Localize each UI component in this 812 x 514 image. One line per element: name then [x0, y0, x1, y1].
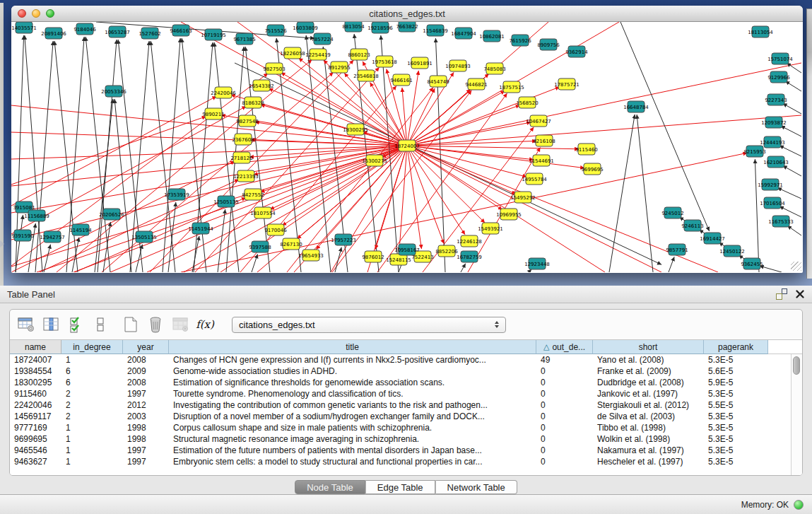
- graph-node[interactable]: 7857224: [311, 33, 334, 45]
- graph-node[interactable]: 8813054: [342, 22, 365, 32]
- scrollbar-thumb[interactable]: [793, 356, 800, 375]
- graph-node[interactable]: 17016504: [760, 197, 785, 209]
- network-window-titlebar[interactable]: citations_edges.txt: [11, 6, 803, 22]
- tab-edge-table[interactable]: Edge Table: [365, 480, 435, 494]
- graph-node[interactable]: 10719195: [201, 29, 226, 40]
- graph-node[interactable]: 11675333: [768, 216, 794, 227]
- graph-node[interactable]: 8427552: [242, 189, 264, 200]
- graph-node[interactable]: 12505135: [213, 196, 239, 207]
- graph-node[interactable]: 9699695: [581, 163, 603, 175]
- graph-node[interactable]: 8909756: [537, 39, 560, 50]
- graph-node[interactable]: 9245012: [661, 207, 683, 218]
- column-header-out_de[interactable]: △out_de...: [536, 340, 593, 354]
- graph-node[interactable]: 9890211: [202, 108, 224, 119]
- citation-network-graph[interactable]: 1872400718226058982750316543382818632898…: [11, 22, 801, 272]
- window-resize-grip[interactable]: [791, 262, 801, 271]
- graph-node[interactable]: 8454749: [427, 76, 449, 87]
- graph-node[interactable]: 9827548: [236, 115, 258, 127]
- network-canvas[interactable]: 1872400718226058982750316543382818632898…: [11, 22, 803, 272]
- graph-node[interactable]: 18113054: [748, 26, 773, 37]
- graph-node[interactable]: 17875721: [554, 78, 579, 90]
- graph-node[interactable]: 7663822: [396, 22, 418, 32]
- graph-node[interactable]: 9446821: [465, 78, 487, 90]
- graph-node[interactable]: 9466163: [170, 25, 192, 36]
- graph-node[interactable]: 2367608: [232, 134, 254, 145]
- table-row[interactable]: 1938455462009Genome-wide association stu…: [10, 366, 802, 377]
- column-header-in_degree[interactable]: in_degree: [61, 340, 123, 354]
- graph-node[interactable]: 16210643: [763, 156, 789, 168]
- deselect-all-columns-icon[interactable]: [91, 315, 110, 334]
- graph-node[interactable]: 8186328: [242, 97, 264, 108]
- graph-node[interactable]: 12254419: [305, 49, 331, 60]
- graph-node[interactable]: 7485083: [483, 63, 505, 74]
- graph-node[interactable]: 9466161: [390, 74, 412, 86]
- zoom-window-button[interactable]: [46, 9, 54, 18]
- column-header-name[interactable]: name: [10, 340, 61, 354]
- graph-node[interactable]: 9397588: [249, 241, 271, 252]
- graph-node[interactable]: 14955784: [522, 173, 547, 185]
- graph-node[interactable]: 12450122: [719, 245, 745, 257]
- graph-node[interactable]: 10969955: [496, 209, 522, 220]
- graph-node[interactable]: 9129966: [767, 71, 790, 83]
- function-builder-icon[interactable]: f(x): [196, 315, 214, 334]
- graph-node[interactable]: 9362914: [565, 46, 588, 57]
- column-header-pagerank[interactable]: pagerank: [704, 340, 768, 354]
- graph-node[interactable]: 10974893: [445, 60, 471, 71]
- graph-node[interactable]: 8267130: [280, 238, 302, 250]
- graph-node[interactable]: 12923448: [524, 258, 550, 269]
- graph-node[interactable]: 9876012: [362, 251, 384, 262]
- delete-column-icon[interactable]: [146, 315, 165, 334]
- graph-node[interactable]: 18226058: [280, 47, 305, 59]
- graph-node[interactable]: 18757515: [499, 81, 524, 93]
- graph-node[interactable]: 20206526: [99, 209, 124, 220]
- graph-node[interactable]: 9115460: [575, 144, 597, 155]
- vertical-scrollbar[interactable]: [791, 354, 802, 475]
- graph-node[interactable]: 19654933: [298, 250, 324, 261]
- table-row[interactable]: 2242004622012Investigating the contribut…: [10, 399, 802, 411]
- graph-node[interactable]: 2718120: [230, 152, 252, 163]
- minimize-window-button[interactable]: [32, 9, 40, 18]
- graph-node[interactable]: 10862081: [479, 30, 505, 42]
- table-row[interactable]: 946554611997Estimation of the future num…: [10, 445, 802, 456]
- graph-node[interactable]: 16091891: [407, 57, 433, 69]
- graph-node[interactable]: 16033809: [293, 22, 318, 33]
- graph-node[interactable]: 9671385: [233, 33, 255, 45]
- tab-network-table[interactable]: Network Table: [435, 480, 517, 494]
- float-panel-icon[interactable]: [775, 288, 788, 300]
- graph-node[interactable]: 14035571: [11, 22, 37, 33]
- close-window-button[interactable]: [18, 9, 26, 18]
- graph-node[interactable]: 1527602: [139, 28, 160, 39]
- tab-node-table[interactable]: Node Table: [295, 480, 365, 494]
- graph-node[interactable]: 16648784: [623, 101, 649, 112]
- graph-node[interactable]: 7515526: [264, 25, 287, 36]
- graph-node[interactable]: 12246128: [457, 235, 482, 247]
- graph-node[interactable]: 16914427: [700, 233, 725, 244]
- column-header-title[interactable]: title: [169, 340, 536, 354]
- graph-node[interactable]: 10653287: [105, 26, 130, 37]
- panel-collapse-arrow-icon[interactable]: [0, 240, 4, 247]
- graph-node[interactable]: 12942757: [40, 231, 65, 243]
- memory-status-indicator-icon[interactable]: [794, 500, 804, 510]
- graph-node[interactable]: 8216108: [533, 135, 555, 146]
- graph-node[interactable]: 9391590: [11, 230, 33, 241]
- graph-node[interactable]: 9827503: [263, 63, 285, 74]
- graph-node[interactable]: 9184046: [73, 23, 96, 35]
- table-row[interactable]: 969969511998Structural magnetic resonanc…: [10, 433, 802, 445]
- column-header-short[interactable]: short: [593, 340, 704, 354]
- graph-node[interactable]: 15493921: [478, 223, 503, 234]
- graph-node[interactable]: 8912955: [328, 62, 350, 73]
- graph-node[interactable]: 9170046: [264, 224, 287, 235]
- graph-node[interactable]: 9246113: [681, 220, 703, 231]
- graph-node[interactable]: 19753618: [372, 56, 397, 67]
- graph-node[interactable]: 9857791: [666, 244, 688, 255]
- graph-node[interactable]: 13505135: [131, 231, 157, 243]
- graph-node[interactable]: 8215953: [743, 146, 765, 157]
- close-panel-icon[interactable]: [795, 289, 805, 299]
- graph-node[interactable]: 16847904: [451, 28, 476, 39]
- graph-node[interactable]: 11546839: [423, 25, 448, 36]
- graph-node[interactable]: 8852206: [435, 245, 458, 257]
- table-row[interactable]: 977716911998Corpus callosum shape and si…: [10, 422, 802, 433]
- graph-node[interactable]: 22420046: [211, 87, 236, 98]
- graph-node[interactable]: 20891406: [41, 28, 66, 39]
- graph-node[interactable]: 11451944: [188, 223, 213, 234]
